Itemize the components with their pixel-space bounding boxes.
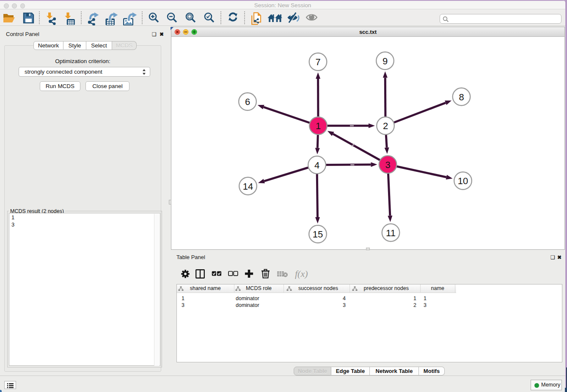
- svg-text:8: 8: [459, 92, 464, 102]
- svg-text:6: 6: [245, 97, 250, 107]
- svg-text:10: 10: [458, 176, 468, 186]
- svg-text:11: 11: [386, 228, 396, 238]
- svg-text:4: 4: [314, 160, 319, 171]
- svg-text:14: 14: [243, 181, 253, 192]
- svg-text:2: 2: [383, 121, 388, 131]
- svg-text:1: 1: [316, 121, 321, 131]
- svg-text:15: 15: [313, 229, 323, 240]
- svg-text:3: 3: [385, 160, 390, 170]
- svg-text:7: 7: [315, 57, 320, 67]
- svg-text:9: 9: [383, 56, 388, 66]
